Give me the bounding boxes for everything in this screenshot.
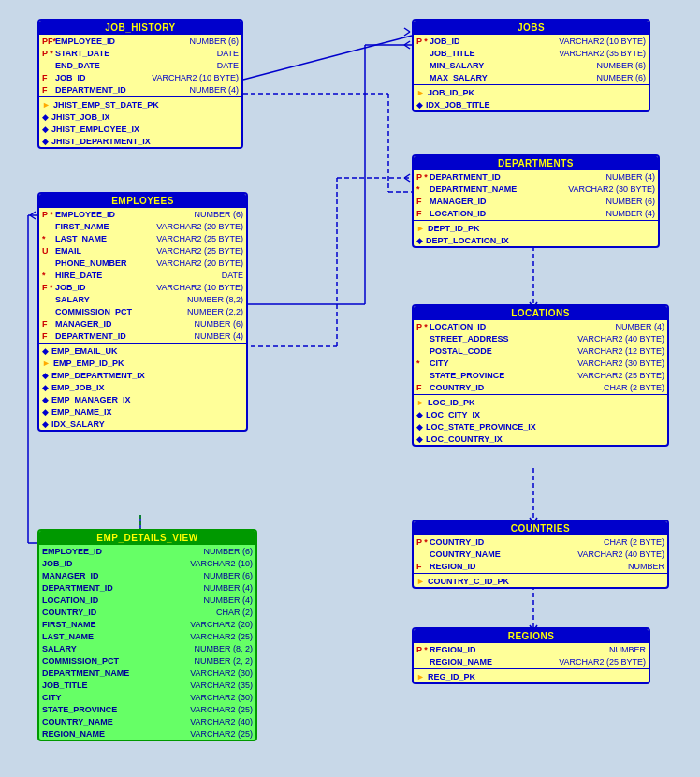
diamond-icon: ◆ xyxy=(42,419,49,429)
index-row: ◆ EMP_MANAGER_IX xyxy=(39,393,246,405)
countries-table: COUNTRIES P * COUNTRY_ID CHAR (2 BYTE) C… xyxy=(412,520,669,589)
row-type: VARCHAR2 (40 BYTE) xyxy=(577,334,664,344)
table-row: FIRST_NAME VARCHAR2 (20) xyxy=(39,618,255,630)
index-name: DEPT_ID_PK xyxy=(428,224,480,233)
row-name: STATE_PROVINCE xyxy=(430,371,574,380)
row-name: JOB_ID xyxy=(55,73,148,82)
row-type: NUMBER (2,2) xyxy=(187,307,243,316)
table-row: P * REGION_ID NUMBER xyxy=(414,643,649,655)
row-prefix: F xyxy=(42,331,55,341)
table-row: F REGION_ID NUMBER xyxy=(414,560,667,572)
table-row: SALARY NUMBER (8,2) xyxy=(39,293,246,305)
index-row: ► EMP_EMP_ID_PK xyxy=(39,357,246,369)
key-icon: ► xyxy=(416,224,425,233)
index-name: JHIST_EMPLOYEE_IX xyxy=(51,125,139,134)
row-type: NUMBER (6) xyxy=(194,319,243,329)
table-row: F DEPARTMENT_ID NUMBER (4) xyxy=(39,330,246,342)
row-type: VARCHAR2 (25 BYTE) xyxy=(156,234,243,243)
row-type: NUMBER (2, 2) xyxy=(194,656,253,666)
row-prefix: * xyxy=(42,234,55,243)
job-history-header: JOB_HISTORY xyxy=(39,21,241,35)
row-type: VARCHAR2 (40) xyxy=(190,717,253,726)
table-row: LOCATION_ID NUMBER (4) xyxy=(39,594,255,606)
index-name: COUNTRY_C_ID_PK xyxy=(428,577,509,586)
key-icon: ► xyxy=(42,359,51,368)
row-name: CITY xyxy=(430,359,574,368)
emp-details-view-table: EMP_DETAILS_VIEW EMPLOYEE_ID NUMBER (6) … xyxy=(37,529,257,741)
diamond-icon: ◆ xyxy=(42,112,49,122)
index-row: ◆ DEPT_LOCATION_IX xyxy=(414,234,658,246)
row-name: EMPLOYEE_ID xyxy=(42,547,199,556)
table-row: PF* EMPLOYEE_ID NUMBER (6) xyxy=(39,35,241,47)
index-name: EMP_JOB_IX xyxy=(51,383,105,392)
row-type: CHAR (2 BYTE) xyxy=(604,537,664,547)
diamond-icon: ◆ xyxy=(42,371,49,380)
index-name: LOC_ID_PK xyxy=(428,398,475,407)
table-row: P * DEPARTMENT_ID NUMBER (4) xyxy=(414,170,658,183)
index-row: ◆ JHIST_JOB_IX xyxy=(39,110,241,123)
row-type: CHAR (2) xyxy=(216,608,253,617)
job-history-table: JOB_HISTORY PF* EMPLOYEE_ID NUMBER (6) P… xyxy=(37,19,243,149)
regions-header: REGIONS xyxy=(414,629,649,643)
index-name: LOC_STATE_PROVINCE_IX xyxy=(426,422,536,432)
index-name: IDX_SALARY xyxy=(51,419,105,429)
table-row: COUNTRY_ID CHAR (2) xyxy=(39,606,255,618)
row-name: REGION_NAME xyxy=(42,729,186,739)
table-row: F * JOB_ID VARCHAR2 (10 BYTE) xyxy=(39,281,246,293)
table-row: PHONE_NUMBER VARCHAR2 (20 BYTE) xyxy=(39,257,246,269)
index-name: DEPT_LOCATION_IX xyxy=(426,236,509,245)
table-row: STATE_PROVINCE VARCHAR2 (25 BYTE) xyxy=(414,369,667,381)
index-row: ► JHIST_EMP_ST_DATE_PK xyxy=(39,98,241,110)
table-row: JOB_TITLE VARCHAR2 (35 BYTE) xyxy=(414,47,649,59)
table-row: POSTAL_CODE VARCHAR2 (12 BYTE) xyxy=(414,345,667,357)
index-name: LOC_COUNTRY_IX xyxy=(426,434,503,444)
row-prefix: P * xyxy=(416,322,430,331)
row-name: JOB_ID xyxy=(430,37,555,46)
row-prefix: PF* xyxy=(42,37,55,46)
key-icon: ► xyxy=(416,398,425,407)
svg-line-0 xyxy=(243,36,412,80)
table-row: F COUNTRY_ID CHAR (2 BYTE) xyxy=(414,381,667,393)
row-name: LOCATION_ID xyxy=(42,595,199,605)
table-row: MIN_SALARY NUMBER (6) xyxy=(414,59,649,71)
jobs-header: JOBS xyxy=(414,21,649,35)
row-name: REGION_ID xyxy=(430,562,624,571)
table-row: P * JOB_ID VARCHAR2 (10 BYTE) xyxy=(414,35,649,47)
locations-table: LOCATIONS P * LOCATION_ID NUMBER (4) STR… xyxy=(412,304,669,447)
index-row: ◆ IDX_JOB_TITLE xyxy=(414,98,649,110)
index-name: EMP_EMAIL_UK xyxy=(51,346,118,356)
row-prefix: F xyxy=(416,562,430,571)
row-type: NUMBER (4) xyxy=(605,172,655,182)
row-type: VARCHAR2 (30 BYTE) xyxy=(568,184,655,194)
row-name: MIN_SALARY xyxy=(430,61,592,70)
row-prefix: P * xyxy=(416,172,430,182)
row-prefix: P * xyxy=(416,37,430,46)
table-row: MAX_SALARY NUMBER (6) xyxy=(414,71,649,83)
row-type: DATE xyxy=(217,61,239,70)
index-name: JHIST_JOB_IX xyxy=(51,112,110,122)
row-type: VARCHAR2 (25 BYTE) xyxy=(559,657,646,667)
row-prefix: F xyxy=(42,319,55,329)
row-name: COMMISSION_PCT xyxy=(55,307,183,316)
diamond-icon: ◆ xyxy=(416,236,423,245)
row-name: JOB_ID xyxy=(55,283,153,292)
diamond-icon: ◆ xyxy=(416,434,423,444)
row-name: LAST_NAME xyxy=(55,234,153,243)
row-name: STREET_ADDRESS xyxy=(430,334,574,344)
row-name: COUNTRY_NAME xyxy=(430,550,574,559)
row-prefix: F xyxy=(416,209,430,218)
row-name: LAST_NAME xyxy=(42,632,186,641)
row-name: END_DATE xyxy=(55,61,213,70)
row-name: COMMISSION_PCT xyxy=(42,656,190,666)
index-name: JHIST_EMP_ST_DATE_PK xyxy=(53,100,159,110)
table-row: EMPLOYEE_ID NUMBER (6) xyxy=(39,545,255,557)
index-row: ◆ IDX_SALARY xyxy=(39,418,246,430)
table-row: CITY VARCHAR2 (30) xyxy=(39,691,255,703)
row-type: VARCHAR2 (30) xyxy=(190,693,253,702)
diamond-icon: ◆ xyxy=(42,346,49,356)
table-row: STATE_PROVINCE VARCHAR2 (25) xyxy=(39,703,255,715)
row-type: VARCHAR2 (10 BYTE) xyxy=(152,73,239,82)
key-icon: ► xyxy=(416,88,425,97)
row-type: VARCHAR2 (25) xyxy=(190,729,253,739)
svg-line-1 xyxy=(404,28,410,32)
